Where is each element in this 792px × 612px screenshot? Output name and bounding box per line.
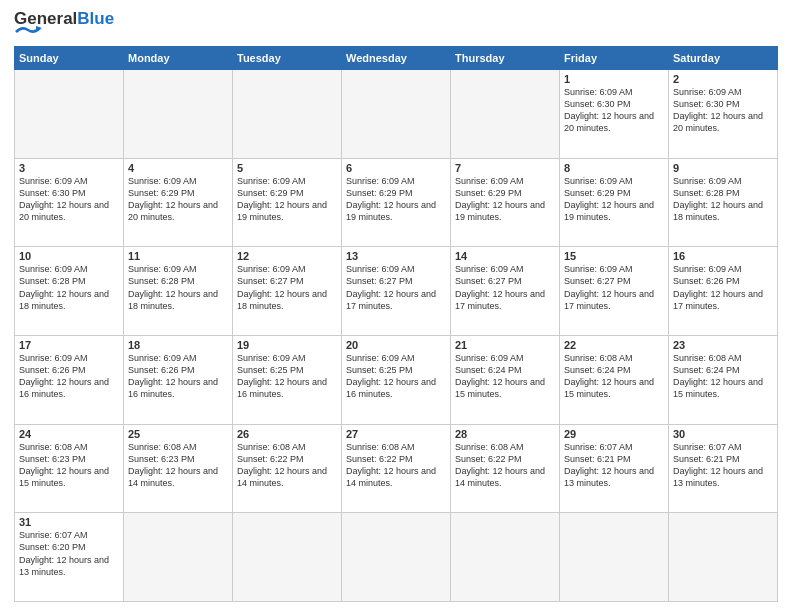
day-number: 31: [19, 516, 119, 528]
day-number: 4: [128, 162, 228, 174]
calendar-cell: 25Sunrise: 6:08 AM Sunset: 6:23 PM Dayli…: [124, 424, 233, 513]
calendar-cell: 12Sunrise: 6:09 AM Sunset: 6:27 PM Dayli…: [233, 247, 342, 336]
header-tuesday: Tuesday: [233, 46, 342, 69]
day-number: 18: [128, 339, 228, 351]
day-info: Sunrise: 6:09 AM Sunset: 6:30 PM Dayligh…: [19, 175, 119, 224]
day-number: 9: [673, 162, 773, 174]
day-info: Sunrise: 6:08 AM Sunset: 6:24 PM Dayligh…: [673, 352, 773, 401]
calendar-cell: [451, 69, 560, 158]
day-info: Sunrise: 6:09 AM Sunset: 6:29 PM Dayligh…: [564, 175, 664, 224]
day-info: Sunrise: 6:09 AM Sunset: 6:26 PM Dayligh…: [19, 352, 119, 401]
calendar-cell: 16Sunrise: 6:09 AM Sunset: 6:26 PM Dayli…: [669, 247, 778, 336]
header-thursday: Thursday: [451, 46, 560, 69]
calendar-cell: [233, 513, 342, 602]
calendar-cell: 17Sunrise: 6:09 AM Sunset: 6:26 PM Dayli…: [15, 335, 124, 424]
day-info: Sunrise: 6:07 AM Sunset: 6:20 PM Dayligh…: [19, 529, 119, 578]
calendar-cell: 7Sunrise: 6:09 AM Sunset: 6:29 PM Daylig…: [451, 158, 560, 247]
day-number: 5: [237, 162, 337, 174]
day-info: Sunrise: 6:07 AM Sunset: 6:21 PM Dayligh…: [564, 441, 664, 490]
day-info: Sunrise: 6:08 AM Sunset: 6:24 PM Dayligh…: [564, 352, 664, 401]
calendar-header-row: SundayMondayTuesdayWednesdayThursdayFrid…: [15, 46, 778, 69]
calendar-cell: 3Sunrise: 6:09 AM Sunset: 6:30 PM Daylig…: [15, 158, 124, 247]
day-number: 28: [455, 428, 555, 440]
calendar-cell: 19Sunrise: 6:09 AM Sunset: 6:25 PM Dayli…: [233, 335, 342, 424]
header-sunday: Sunday: [15, 46, 124, 69]
header-monday: Monday: [124, 46, 233, 69]
day-info: Sunrise: 6:09 AM Sunset: 6:29 PM Dayligh…: [237, 175, 337, 224]
header: GeneralBlue: [14, 10, 778, 38]
day-number: 13: [346, 250, 446, 262]
day-info: Sunrise: 6:09 AM Sunset: 6:27 PM Dayligh…: [564, 263, 664, 312]
day-info: Sunrise: 6:09 AM Sunset: 6:26 PM Dayligh…: [673, 263, 773, 312]
day-number: 30: [673, 428, 773, 440]
day-number: 21: [455, 339, 555, 351]
day-info: Sunrise: 6:09 AM Sunset: 6:28 PM Dayligh…: [673, 175, 773, 224]
week-row-1: 1Sunrise: 6:09 AM Sunset: 6:30 PM Daylig…: [15, 69, 778, 158]
day-info: Sunrise: 6:09 AM Sunset: 6:30 PM Dayligh…: [673, 86, 773, 135]
day-number: 27: [346, 428, 446, 440]
calendar-cell: 4Sunrise: 6:09 AM Sunset: 6:29 PM Daylig…: [124, 158, 233, 247]
calendar-cell: 14Sunrise: 6:09 AM Sunset: 6:27 PM Dayli…: [451, 247, 560, 336]
calendar-cell: 28Sunrise: 6:08 AM Sunset: 6:22 PM Dayli…: [451, 424, 560, 513]
calendar-table: SundayMondayTuesdayWednesdayThursdayFrid…: [14, 46, 778, 602]
day-info: Sunrise: 6:09 AM Sunset: 6:27 PM Dayligh…: [455, 263, 555, 312]
calendar-cell: 5Sunrise: 6:09 AM Sunset: 6:29 PM Daylig…: [233, 158, 342, 247]
calendar-cell: 26Sunrise: 6:08 AM Sunset: 6:22 PM Dayli…: [233, 424, 342, 513]
day-number: 8: [564, 162, 664, 174]
calendar-cell: 15Sunrise: 6:09 AM Sunset: 6:27 PM Dayli…: [560, 247, 669, 336]
day-number: 29: [564, 428, 664, 440]
day-info: Sunrise: 6:09 AM Sunset: 6:29 PM Dayligh…: [455, 175, 555, 224]
day-info: Sunrise: 6:09 AM Sunset: 6:29 PM Dayligh…: [128, 175, 228, 224]
day-number: 2: [673, 73, 773, 85]
calendar-cell: [233, 69, 342, 158]
calendar-cell: 22Sunrise: 6:08 AM Sunset: 6:24 PM Dayli…: [560, 335, 669, 424]
day-number: 11: [128, 250, 228, 262]
week-row-2: 3Sunrise: 6:09 AM Sunset: 6:30 PM Daylig…: [15, 158, 778, 247]
day-info: Sunrise: 6:09 AM Sunset: 6:26 PM Dayligh…: [128, 352, 228, 401]
calendar-cell: [342, 513, 451, 602]
calendar-cell: 11Sunrise: 6:09 AM Sunset: 6:28 PM Dayli…: [124, 247, 233, 336]
day-info: Sunrise: 6:09 AM Sunset: 6:25 PM Dayligh…: [346, 352, 446, 401]
day-number: 3: [19, 162, 119, 174]
day-info: Sunrise: 6:08 AM Sunset: 6:22 PM Dayligh…: [346, 441, 446, 490]
calendar-cell: 29Sunrise: 6:07 AM Sunset: 6:21 PM Dayli…: [560, 424, 669, 513]
day-info: Sunrise: 6:08 AM Sunset: 6:22 PM Dayligh…: [455, 441, 555, 490]
calendar-cell: [669, 513, 778, 602]
header-friday: Friday: [560, 46, 669, 69]
calendar-cell: 8Sunrise: 6:09 AM Sunset: 6:29 PM Daylig…: [560, 158, 669, 247]
calendar-cell: 23Sunrise: 6:08 AM Sunset: 6:24 PM Dayli…: [669, 335, 778, 424]
page: GeneralBlue SundayMondayTuesdayWednesday…: [0, 0, 792, 612]
day-number: 15: [564, 250, 664, 262]
day-number: 23: [673, 339, 773, 351]
day-number: 14: [455, 250, 555, 262]
logo: GeneralBlue: [14, 10, 114, 38]
day-info: Sunrise: 6:09 AM Sunset: 6:25 PM Dayligh…: [237, 352, 337, 401]
calendar-cell: 27Sunrise: 6:08 AM Sunset: 6:22 PM Dayli…: [342, 424, 451, 513]
week-row-6: 31Sunrise: 6:07 AM Sunset: 6:20 PM Dayli…: [15, 513, 778, 602]
day-info: Sunrise: 6:09 AM Sunset: 6:24 PM Dayligh…: [455, 352, 555, 401]
calendar-cell: 30Sunrise: 6:07 AM Sunset: 6:21 PM Dayli…: [669, 424, 778, 513]
day-number: 20: [346, 339, 446, 351]
calendar-cell: 24Sunrise: 6:08 AM Sunset: 6:23 PM Dayli…: [15, 424, 124, 513]
calendar-cell: [560, 513, 669, 602]
calendar-cell: 10Sunrise: 6:09 AM Sunset: 6:28 PM Dayli…: [15, 247, 124, 336]
day-info: Sunrise: 6:09 AM Sunset: 6:28 PM Dayligh…: [19, 263, 119, 312]
day-number: 16: [673, 250, 773, 262]
day-info: Sunrise: 6:09 AM Sunset: 6:30 PM Dayligh…: [564, 86, 664, 135]
day-number: 26: [237, 428, 337, 440]
day-info: Sunrise: 6:09 AM Sunset: 6:27 PM Dayligh…: [346, 263, 446, 312]
day-number: 22: [564, 339, 664, 351]
week-row-4: 17Sunrise: 6:09 AM Sunset: 6:26 PM Dayli…: [15, 335, 778, 424]
day-number: 1: [564, 73, 664, 85]
day-info: Sunrise: 6:08 AM Sunset: 6:23 PM Dayligh…: [19, 441, 119, 490]
day-number: 24: [19, 428, 119, 440]
calendar-cell: 9Sunrise: 6:09 AM Sunset: 6:28 PM Daylig…: [669, 158, 778, 247]
header-saturday: Saturday: [669, 46, 778, 69]
day-info: Sunrise: 6:09 AM Sunset: 6:28 PM Dayligh…: [128, 263, 228, 312]
day-number: 19: [237, 339, 337, 351]
day-info: Sunrise: 6:09 AM Sunset: 6:29 PM Dayligh…: [346, 175, 446, 224]
calendar-cell: 13Sunrise: 6:09 AM Sunset: 6:27 PM Dayli…: [342, 247, 451, 336]
day-number: 25: [128, 428, 228, 440]
day-info: Sunrise: 6:08 AM Sunset: 6:22 PM Dayligh…: [237, 441, 337, 490]
day-info: Sunrise: 6:07 AM Sunset: 6:21 PM Dayligh…: [673, 441, 773, 490]
